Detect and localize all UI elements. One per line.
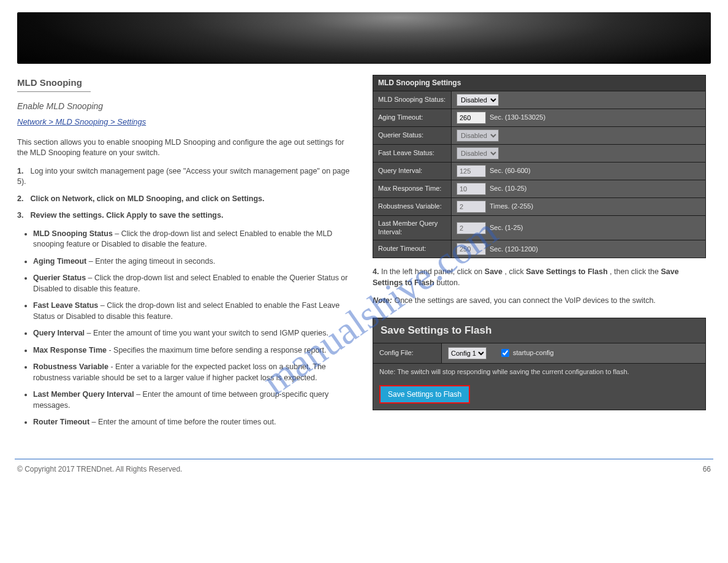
bullet-robust-label: Robustness Variable (33, 362, 108, 371)
startup-config-label: startup-config (513, 348, 554, 358)
configfile-select[interactable]: Config 1 (448, 347, 487, 359)
step-4-b2: Save Settings to Flash (526, 267, 607, 276)
bullet-status: MLD Snooping Status – Click the drop-dow… (33, 229, 355, 250)
subhead: Enable MLD Snooping (17, 101, 355, 113)
mld-queryint-hint: Sec. (60-600) (490, 166, 531, 175)
mld-robust-hint: Times. (2-255) (490, 202, 533, 211)
configfile-label: Config File: (373, 343, 442, 363)
note-label: Note: (373, 296, 392, 305)
nav-path-link[interactable]: Network > MLD Snooping > Settings (17, 117, 355, 128)
mld-querier-label: Querier Status: (373, 127, 452, 144)
mld-aging-label: Aging Timeout: (373, 109, 452, 126)
mld-maxresp-hint: Sec. (10-25) (490, 184, 527, 193)
step-4-mid1: , click (504, 267, 526, 276)
note-paragraph: Note: Once the settings are saved, you c… (373, 296, 706, 307)
bullet-robust: Robustness Variable - Enter a variable f… (33, 362, 355, 383)
description-paragraph: This section allows you to enable snoopi… (17, 137, 355, 159)
step-4-pre: In the left hand panel, click on (381, 267, 485, 276)
footer: © Copyright 2017 TRENDnet. All Rights Re… (15, 459, 713, 486)
step-3: 3. Review the settings. Click Apply to s… (17, 210, 355, 221)
header-banner (17, 12, 711, 64)
bullet-maxresp-desc: - Specifies the maximum time before send… (107, 346, 327, 354)
bullet-status-label: MLD Snooping Status (33, 229, 113, 238)
save-settings-button[interactable]: Save Settings to Flash (379, 385, 470, 404)
startup-config-checkbox[interactable] (501, 349, 509, 357)
mld-status-select[interactable]: Disabled (457, 94, 499, 106)
step-2: 2. Click on Network, click on MLD Snoopi… (17, 194, 355, 205)
bullet-maxresp-label: Max Response Time (33, 346, 107, 354)
mld-robust-input[interactable] (457, 201, 486, 213)
step-1: 1. Log into your switch management page … (17, 166, 355, 188)
mld-maxresp-label: Max Response Time: (373, 180, 452, 197)
note-text: Once the settings are saved, you can con… (394, 296, 655, 305)
mld-queryint-input[interactable] (457, 165, 486, 177)
save-flash-title: Save Settings to Flash (373, 318, 705, 343)
footer-pagenum: 66 (703, 464, 711, 475)
bullet-aging: Aging Timeout – Enter the aging timeout … (33, 256, 355, 267)
step-4: 4. In the left hand panel, click on Save… (373, 267, 706, 288)
mld-status-label: MLD Snooping Status: (373, 91, 452, 109)
bullet-querier-label: Querier Status (33, 274, 86, 282)
step-3-number: 3. (17, 210, 28, 221)
step-1-text: Log into your switch management page (se… (17, 167, 349, 186)
mld-router-input[interactable] (457, 243, 486, 255)
step-4-mid2: , then click the (610, 267, 661, 276)
save-flash-panel: Save Settings to Flash Config File: Conf… (373, 318, 706, 410)
mld-fastleave-select[interactable]: Disabled (457, 147, 499, 159)
bullet-maxresp: Max Response Time - Specifies the maximu… (33, 345, 355, 356)
bullet-fastleave-label: Fast Leave Status (33, 301, 98, 310)
mld-maxresp-input[interactable] (457, 183, 486, 195)
step-4-b1: Save (485, 267, 502, 276)
mld-lastmem-input[interactable] (457, 222, 486, 234)
bullet-querier: Querier Status – Click the drop-down lis… (33, 273, 355, 294)
bullet-queryint-desc: – Enter the amount of time you want your… (85, 329, 328, 337)
mld-router-label: Router Timeout: (373, 240, 452, 258)
bullet-aging-desc: – Enter the aging timeout in seconds. (86, 257, 215, 266)
bullet-router-desc: – Enter the amount of time before the ro… (89, 418, 276, 426)
step-1-number: 1. (17, 166, 28, 177)
section-title: MLD Snooping (17, 75, 91, 92)
bullet-queryint: Query Interval – Enter the amount of tim… (33, 328, 355, 339)
footer-copyright: © Copyright 2017 TRENDnet. All Rights Re… (17, 464, 182, 475)
mld-settings-panel: MLD Snooping Settings MLD Snooping Statu… (373, 75, 706, 258)
left-column: MLD Snooping Enable MLD Snooping Network… (17, 75, 360, 434)
right-column: MLD Snooping Settings MLD Snooping Statu… (373, 75, 706, 434)
step-4-number: 4. (373, 267, 379, 276)
save-flash-note: Note: The switch will stop responding wh… (373, 364, 705, 380)
step-3-text: Review the settings. Click Apply to save… (30, 211, 223, 220)
bullet-queryint-label: Query Interval (33, 329, 85, 337)
mld-querier-select[interactable]: Disabled (457, 129, 499, 142)
bullet-router: Router Timeout – Enter the amount of tim… (33, 417, 355, 428)
mld-aging-input[interactable] (457, 112, 486, 124)
step-4-post: button. (436, 278, 460, 287)
bullet-lastmem-label: Last Member Query Interval (33, 390, 134, 399)
step-2-text: Click on Network, click on MLD Snooping,… (30, 194, 264, 203)
mld-queryint-label: Query Interval: (373, 163, 452, 180)
mld-robust-label: Robustness Variable: (373, 198, 452, 215)
mld-fastleave-label: Fast Leave Status: (373, 145, 452, 162)
mld-lastmem-hint: Sec. (1-25) (490, 223, 523, 232)
bullet-router-label: Router Timeout (33, 418, 89, 426)
bullet-fastleave: Fast Leave Status – Click the drop-down … (33, 301, 355, 322)
mld-aging-hint: Sec. (130-153025) (490, 113, 545, 122)
bullet-lastmem: Last Member Query Interval – Enter the a… (33, 389, 355, 411)
mld-router-hint: Sec. (120-1200) (490, 245, 538, 254)
mld-lastmem-label: Last Member Query Interval: (373, 216, 452, 240)
step-2-number: 2. (17, 194, 28, 205)
mld-settings-title: MLD Snooping Settings (373, 75, 705, 91)
bullet-aging-label: Aging Timeout (33, 257, 86, 266)
bullet-list: MLD Snooping Status – Click the drop-dow… (33, 229, 355, 428)
